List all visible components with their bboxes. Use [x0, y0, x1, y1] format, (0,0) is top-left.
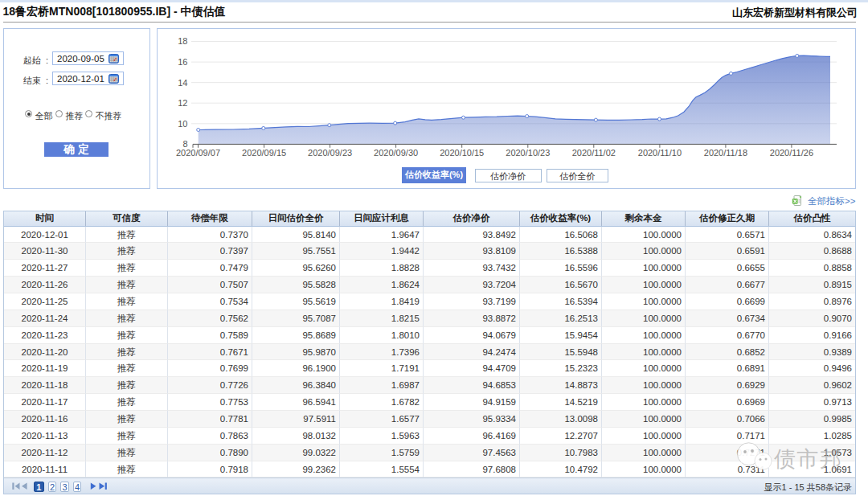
svg-text:2020/09/30: 2020/09/30: [374, 148, 418, 158]
svg-text:2020/09/15: 2020/09/15: [242, 148, 286, 158]
svg-text:14: 14: [178, 78, 187, 88]
svg-text:18: 18: [178, 36, 187, 46]
svg-text:2020/09/07: 2020/09/07: [176, 148, 220, 158]
svg-text:2020/10/15: 2020/10/15: [440, 148, 484, 158]
svg-text:12: 12: [178, 98, 187, 108]
svg-text:16: 16: [178, 57, 187, 67]
svg-text:2020/11/02: 2020/11/02: [572, 148, 616, 158]
svg-text:2020/09/23: 2020/09/23: [308, 148, 352, 158]
svg-text:2020/11/26: 2020/11/26: [770, 148, 813, 158]
svg-text:2020/10/23: 2020/10/23: [506, 148, 550, 158]
svg-text:2020/11/10: 2020/11/10: [638, 148, 682, 158]
svg-text:2020/11/18: 2020/11/18: [704, 148, 747, 158]
svg-text:10: 10: [178, 119, 187, 129]
